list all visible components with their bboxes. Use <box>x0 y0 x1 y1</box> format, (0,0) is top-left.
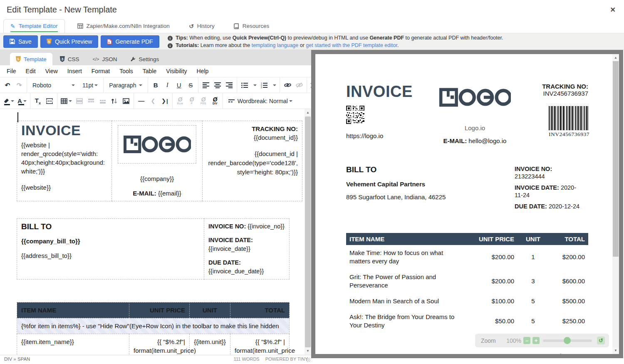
status-bar: DIV » SPAN 111 WORDS POWERED BY TINY <box>0 355 311 363</box>
quick-preview-button[interactable]: 5 Quick Preview <box>40 35 98 48</box>
close-icon[interactable]: ✕ <box>610 6 616 14</box>
bullet-list-caret[interactable] <box>251 79 258 91</box>
scrollbar-thumb[interactable] <box>305 116 311 347</box>
info-icon: i <box>168 36 173 41</box>
tab-template[interactable]: 5 Template <box>10 53 52 65</box>
zoom-slider-thumb[interactable] <box>564 337 571 344</box>
tab-json[interactable]: </> JSON <box>87 53 123 65</box>
bold-icon[interactable]: B <box>150 79 161 91</box>
zoom-reset-button[interactable]: ↺ <box>597 337 605 344</box>
zoom-in-button[interactable]: + <box>532 337 540 344</box>
font-size-select[interactable]: 11pt <box>79 79 101 91</box>
font-family-select[interactable]: Roboto <box>29 79 78 91</box>
wordbreak-select[interactable]: Wordbreak: Normal <box>225 95 296 107</box>
hide-pre-icon[interactable]: ØPRE <box>198 95 209 107</box>
element-path[interactable]: DIV » SPAN <box>4 357 30 362</box>
quick-preview-label: Quick Preview <box>55 38 92 45</box>
menu-table[interactable]: Table <box>143 68 156 74</box>
generate-pdf-button[interactable]: A Generate PDF <box>101 35 159 48</box>
menu-view[interactable]: View <box>45 68 58 74</box>
tracking-line: TRACKING NO: {{document_id}} <box>207 124 298 142</box>
preview-tracking-label: TRACKING NO: <box>515 83 588 90</box>
hide-row-icon[interactable]: ØRow <box>175 95 186 107</box>
tab-integration[interactable]: Zapier/Make.com/N8n Integration <box>71 19 176 33</box>
strikethrough-icon[interactable]: S <box>185 79 196 91</box>
scrollbar-thumb[interactable] <box>613 61 619 257</box>
next-element-icon[interactable]: ❯| <box>159 95 170 107</box>
numbered-list-caret[interactable] <box>270 79 277 91</box>
preview-frame: INVOICE <box>311 50 623 358</box>
numbered-list-icon[interactable]: 123 <box>259 79 270 91</box>
tab-settings[interactable]: Settings <box>124 53 165 65</box>
invoice-date-line: INVOICE DATE: {{invoice_date}} <box>208 236 285 253</box>
menu-file[interactable]: File <box>7 68 16 74</box>
editor-content-area[interactable]: INVOICE {{website | render_qrcode(style=… <box>0 109 311 355</box>
insert-row-after-icon[interactable] <box>97 95 108 107</box>
zoom-slider[interactable] <box>543 339 592 342</box>
tab-template-editor[interactable]: ✎ Template Editor <box>3 19 65 33</box>
book-icon <box>234 23 239 29</box>
table-row-props-icon[interactable] <box>74 95 85 107</box>
scroll-up-icon[interactable]: ▲ <box>612 54 619 61</box>
loop-note-row: {%for item in items%} - use "Hide Row"(E… <box>17 318 290 334</box>
link-icon[interactable] <box>282 79 293 91</box>
save-button[interactable]: Save <box>3 35 38 48</box>
col-unit: UNIT <box>518 233 549 245</box>
tab-resources[interactable]: Resources <box>227 19 276 33</box>
underline-icon[interactable]: U <box>173 79 184 91</box>
scroll-up-icon[interactable]: ▲ <box>305 110 311 116</box>
image-icon[interactable] <box>121 95 131 107</box>
svg-text:3: 3 <box>261 86 262 88</box>
page-break-icon[interactable] <box>44 95 55 107</box>
resize-grip[interactable] <box>306 358 310 362</box>
preview-page: INVOICE <box>315 54 619 354</box>
pdf-icon: A <box>107 39 112 45</box>
align-right-icon[interactable] <box>224 79 235 91</box>
powered-by[interactable]: POWERED BY TINY <box>265 357 308 362</box>
menu-edit[interactable]: Edit <box>26 68 36 74</box>
editor-scrollbar[interactable]: ▲ ▼ <box>305 109 311 355</box>
company-expression: {{company}} <box>116 174 198 183</box>
menu-format[interactable]: Format <box>92 68 110 74</box>
logo-image <box>118 125 196 163</box>
sort-icon[interactable] <box>109 95 120 107</box>
history-icon: ↺ <box>189 23 194 29</box>
horizontal-rule-icon[interactable]: — <box>136 95 147 107</box>
redo-icon[interactable]: ↷ <box>14 79 25 91</box>
menu-insert[interactable]: Insert <box>67 68 82 74</box>
align-left-icon[interactable] <box>201 79 211 91</box>
menu-help[interactable]: Help <box>197 68 209 74</box>
hide-p-icon[interactable]: ØP <box>186 95 197 107</box>
unlink-icon[interactable] <box>294 79 305 91</box>
title-bar: Edit Template - New Template ✕ <box>0 0 624 19</box>
templating-language-link[interactable]: templating language <box>252 42 299 48</box>
highlight-color-icon[interactable] <box>2 95 15 107</box>
tab-history[interactable]: ↺ History <box>182 19 221 33</box>
tab-css[interactable]: 3 CSS <box>54 53 85 65</box>
pdf-editor-link[interactable]: get started with the PDF template editor <box>306 42 397 48</box>
text-color-icon[interactable]: A <box>16 95 28 107</box>
italic-icon[interactable]: I <box>162 79 173 91</box>
block-format-select[interactable]: Paragraph <box>106 79 146 91</box>
col-total: TOTAL <box>230 302 290 318</box>
template-header-table: INVOICE {{website | render_qrcode(style=… <box>17 121 302 201</box>
preview-invoice-date: INVOICE DATE: 2020-11-24 <box>515 184 582 199</box>
insert-row-before-icon[interactable] <box>86 95 97 107</box>
doc-title: INVOICE <box>21 126 107 135</box>
preview-scrollbar[interactable]: ▲ ▼ <box>612 54 619 354</box>
table-icon[interactable] <box>59 95 73 107</box>
bullet-list-icon[interactable] <box>239 79 250 91</box>
menu-visibility[interactable]: Visibility <box>166 68 187 74</box>
scroll-down-icon[interactable]: ▼ <box>612 347 619 354</box>
word-count: 111 WORDS <box>234 357 260 362</box>
template-billto-table: BILL TO {{company_bill_to}} {{address_bi… <box>17 218 290 280</box>
zoom-out-button[interactable]: – <box>523 337 530 344</box>
prev-element-icon[interactable]: ❮ <box>148 95 158 107</box>
floppy-icon <box>10 39 15 44</box>
clear-formatting-icon[interactable]: Tx <box>32 95 43 107</box>
hide-div-icon[interactable]: ØDIV <box>210 95 220 107</box>
undo-icon[interactable]: ↶ <box>2 79 13 91</box>
scroll-down-icon[interactable]: ▼ <box>305 348 311 354</box>
menu-tools[interactable]: Tools <box>119 68 133 74</box>
align-center-icon[interactable] <box>212 79 223 91</box>
